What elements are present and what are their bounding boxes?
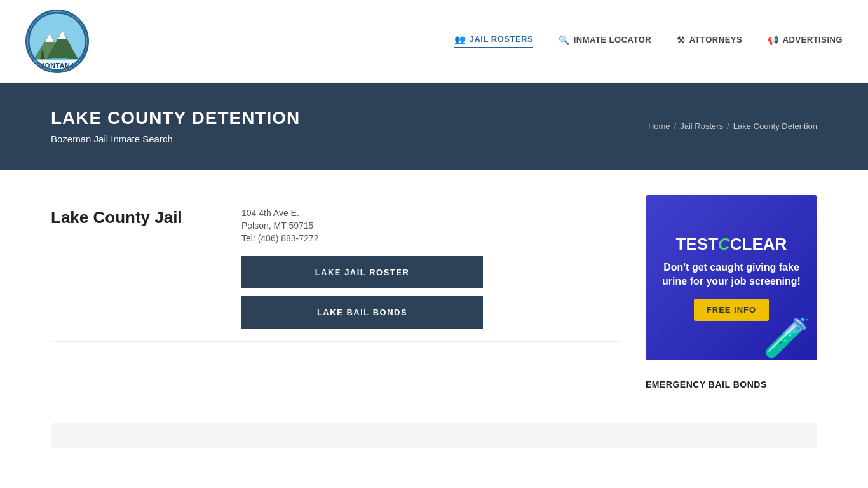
- bail-bonds-button[interactable]: LAKE BAIL BONDS: [241, 296, 483, 329]
- ad-title-part1: TEST: [676, 234, 718, 254]
- jail-info: 104 4th Ave E. Polson, MT 59715 Tel: (40…: [241, 208, 620, 329]
- sidebar: TESTCCLEAR Don't get caught giving fake …: [646, 195, 817, 397]
- content-area: Lake County Jail 104 4th Ave E. Polson, …: [51, 195, 620, 397]
- ad-banner[interactable]: TESTCCLEAR Don't get caught giving fake …: [646, 195, 817, 360]
- svg-text:MONTANA: MONTANA: [39, 62, 75, 69]
- jail-card: Lake County Jail 104 4th Ave E. Polson, …: [51, 195, 620, 342]
- jail-rosters-icon: 👥: [454, 34, 466, 44]
- site-header: MONTANA 👥 JAIL ROSTERS 🔍 INMATE LOCATOR …: [0, 0, 868, 83]
- ad-free-info-button[interactable]: FREE INFO: [694, 299, 769, 321]
- nav-inmate-locator[interactable]: 🔍 INMATE LOCATOR: [559, 35, 651, 48]
- ad-title-part2: CLEAR: [730, 234, 787, 254]
- nav-jail-rosters-label: JAIL ROSTERS: [470, 34, 533, 44]
- hero-banner: LAKE COUNTY DETENTION Bozeman Jail Inmat…: [0, 83, 868, 170]
- main-content: Lake County Jail 104 4th Ave E. Polson, …: [0, 170, 868, 423]
- jail-address-line2: Polson, MT 59715: [241, 220, 620, 231]
- breadcrumb-home[interactable]: Home: [648, 121, 670, 131]
- nav-jail-rosters[interactable]: 👥 JAIL ROSTERS: [454, 34, 533, 48]
- breadcrumb-sep-1: /: [674, 121, 677, 131]
- ad-body: Don't get caught giving fake urine for y…: [658, 261, 804, 289]
- logo-svg: MONTANA: [27, 11, 87, 71]
- hero-left: LAKE COUNTY DETENTION Bozeman Jail Inmat…: [51, 108, 300, 144]
- ad-title: TESTCCLEAR: [676, 234, 787, 254]
- nav-attorneys[interactable]: ⚒ ATTORNEYS: [677, 35, 742, 48]
- page-title: LAKE COUNTY DETENTION: [51, 108, 300, 128]
- nav-advertising[interactable]: 📢 ADVERTISING: [768, 35, 843, 48]
- jail-buttons: LAKE JAIL ROSTER LAKE BAIL BONDS: [241, 256, 620, 329]
- attorneys-icon: ⚒: [677, 35, 686, 45]
- nav-advertising-label: ADVERTISING: [783, 35, 843, 44]
- inmate-locator-icon: 🔍: [559, 35, 570, 45]
- jail-phone: Tel: (406) 883-7272: [241, 233, 620, 243]
- breadcrumb: Home / Jail Rosters / Lake County Detent…: [648, 121, 817, 131]
- jail-address-line1: 104 4th Ave E.: [241, 208, 620, 218]
- main-nav: 👥 JAIL ROSTERS 🔍 INMATE LOCATOR ⚒ ATTORN…: [454, 34, 843, 48]
- ad-cup-icon: 🧪: [763, 315, 811, 360]
- jail-roster-button[interactable]: LAKE JAIL ROSTER: [241, 256, 483, 288]
- logo-area[interactable]: MONTANA: [25, 10, 89, 73]
- jail-name: Lake County Jail: [51, 208, 216, 227]
- nav-inmate-locator-label: INMATE LOCATOR: [574, 35, 652, 44]
- logo-circle: MONTANA: [25, 10, 89, 73]
- page-subtitle: Bozeman Jail Inmate Search: [51, 133, 300, 144]
- sidebar-emergency-section: EMERGENCY BAIL BONDS: [646, 379, 817, 390]
- emergency-bail-bonds-title: EMERGENCY BAIL BONDS: [646, 379, 817, 390]
- advertising-icon: 📢: [768, 35, 779, 45]
- breadcrumb-jail-rosters[interactable]: Jail Rosters: [680, 121, 723, 131]
- bottom-gray-bar: [51, 423, 817, 448]
- breadcrumb-sep-2: /: [727, 121, 729, 131]
- nav-attorneys-label: ATTORNEYS: [689, 35, 742, 44]
- breadcrumb-current: Lake County Detention: [733, 121, 817, 131]
- ad-title-o: C: [718, 234, 730, 254]
